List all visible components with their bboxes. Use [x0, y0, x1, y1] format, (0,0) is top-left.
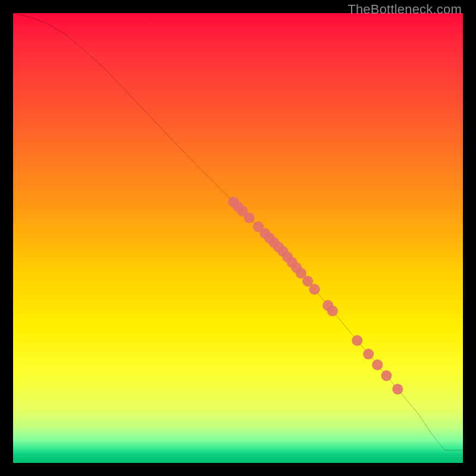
chart-points-group: [228, 196, 403, 394]
chart-plot-area: [13, 13, 463, 463]
chart-point: [372, 359, 383, 370]
chart-point: [352, 335, 362, 346]
chart-frame: TheBottleneck.com: [0, 0, 476, 476]
chart-point: [381, 370, 392, 381]
chart-point: [309, 284, 320, 295]
chart-point: [244, 212, 255, 223]
chart-svg: [13, 13, 463, 463]
chart-point: [392, 384, 403, 394]
chart-point: [363, 349, 374, 359]
chart-point: [327, 305, 338, 316]
